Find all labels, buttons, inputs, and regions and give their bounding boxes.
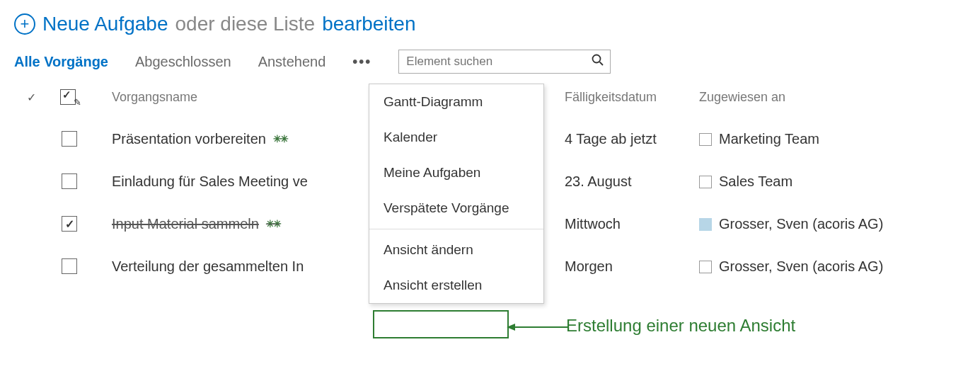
column-assigned[interactable]: Zugewiesen an — [699, 90, 947, 105]
due-date: Morgen — [565, 258, 699, 275]
views-bar: Alle Vorgänge Abgeschlossen Anstehend ••… — [14, 50, 966, 74]
assigned-to: Marketing Team — [699, 131, 947, 147]
page-header: + Neue Aufgabe oder diese Liste bearbeit… — [14, 13, 966, 35]
view-completed[interactable]: Abgeschlossen — [135, 54, 231, 70]
views-more-button[interactable]: ••• — [352, 54, 371, 70]
plus-icon[interactable]: + — [14, 13, 35, 35]
assigned-to: Grosser, Sven (acoris AG) — [699, 216, 947, 232]
dropdown-separator — [369, 229, 543, 229]
presence-icon — [699, 218, 712, 231]
search-input[interactable] — [405, 54, 575, 69]
views-dropdown: Gantt-DiagrammKalenderMeine AufgabenVers… — [369, 84, 544, 300]
dropdown-item[interactable]: Meine Aufgaben — [369, 155, 543, 190]
new-badge-icon: ✳✳ — [273, 133, 287, 144]
row-checkbox[interactable] — [62, 173, 77, 189]
due-date: 23. August — [565, 173, 699, 190]
dropdown-item[interactable]: Ansicht ändern — [369, 232, 543, 268]
presence-icon — [699, 261, 712, 273]
row-checkbox[interactable] — [62, 131, 77, 147]
header-select-icon[interactable]: ✎ — [48, 89, 91, 105]
due-date: Mittwoch — [565, 216, 699, 232]
new-task-link[interactable]: Neue Aufgabe — [42, 13, 168, 35]
assigned-to: Sales Team — [699, 173, 947, 190]
edit-list-link[interactable]: bearbeiten — [322, 13, 415, 35]
header-done-icon[interactable]: ✓ — [14, 91, 48, 104]
svg-line-1 — [600, 62, 604, 65]
assigned-to: Grosser, Sven (acoris AG) — [699, 258, 947, 275]
presence-icon — [699, 133, 712, 146]
row-checkbox[interactable] — [62, 216, 77, 232]
view-all[interactable]: Alle Vorgänge — [14, 54, 108, 70]
dropdown-item[interactable]: Gantt-Diagramm — [369, 84, 543, 120]
search-box[interactable] — [398, 50, 611, 74]
presence-icon — [699, 176, 712, 188]
svg-point-0 — [593, 55, 601, 62]
due-date: 4 Tage ab jetzt — [565, 131, 699, 147]
column-due[interactable]: Fälligkeitsdatum — [565, 90, 699, 105]
search-icon[interactable] — [592, 54, 604, 70]
row-checkbox[interactable] — [62, 258, 77, 274]
view-pending[interactable]: Anstehend — [258, 54, 326, 70]
dropdown-item[interactable]: Verspätete Vorgänge — [369, 190, 543, 226]
dropdown-item[interactable]: Ansicht erstellen — [369, 268, 543, 300]
header-middle-text: oder diese Liste — [175, 13, 316, 35]
dropdown-item[interactable]: Kalender — [369, 120, 543, 155]
new-badge-icon: ✳✳ — [266, 218, 280, 229]
